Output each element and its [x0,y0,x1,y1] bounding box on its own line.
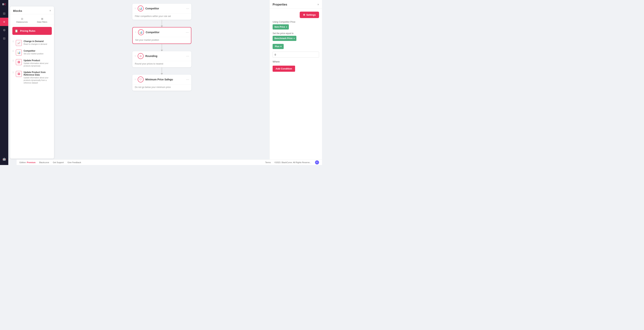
settings-button[interactable]: ⚙ Settings [300,12,319,18]
left-nav: BC ⊟ ≡ ⚙ ⊟ 🤖 [0,0,8,165]
plus-dropdown[interactable]: Plus ▾ [272,44,284,49]
nav-icon-bot[interactable]: 🤖 [0,155,8,163]
set-price-section: Set the price equal to Benchmark Price ▾… [272,32,319,49]
block-item-update-product[interactable]: ⠿ 🖼 Update Product Update information ab… [10,57,54,69]
nav-icon-list[interactable]: ≡ [0,18,8,26]
node-competitor-body: Set your market position [133,37,191,44]
footer-left: Edition: Premium Blackcurve Get Support … [20,161,81,164]
edition-label: Edition: [20,161,26,164]
using-competitor-price-section: Using Competitor Price Item Price ▾ [272,21,319,30]
item-price-label: Item Price [274,26,285,28]
node-competitor-filter-icon: 📊 [138,6,144,12]
settings-btn-container: ⚙ Settings [272,12,319,18]
settings-icon: ⚙ [303,14,305,16]
node-rounding-menu[interactable]: ⋯ [186,54,189,58]
edition-text: Edition: Premium [20,161,36,164]
blocks-tabs: ⊟ Datasources ⊠ Data Filters [10,14,54,25]
competitor-icon: 📊 [16,50,22,56]
block-item-competitor[interactable]: ⠿ 📊 Competitor Set your market position [10,48,54,57]
node-min-price-body: Do not go below your minimum price [132,84,191,91]
node-min-price[interactable]: ⠿ 🛡 Minimum Price Safegu ⋯ Do not go bel… [132,75,191,91]
node-competitor-main-header: ⠿ 📊 Competitor ⋯ [133,28,191,37]
node-drag-competitor-filter: ⠿ [134,8,136,10]
update-product-desc: Update information about your products d… [24,62,52,67]
block-item-update-ref[interactable]: ⠿ 🖼 Update Product from Reference Data U… [10,69,54,86]
update-ref-icon: 🖼 [16,71,22,77]
node-min-price-menu[interactable]: ⋯ [186,78,189,81]
logo-c: C [4,3,6,6]
update-product-name: Update Product [24,59,52,62]
where-section: Where [272,60,319,63]
node-competitor-icon: 📊 [138,29,144,35]
plus-label: Plus [275,45,280,48]
block-item-change-in-demand[interactable]: ⠿ 📈 Change in Demand React to changes in… [10,38,54,48]
competitor-name: Competitor [24,50,52,52]
blocks-panel-close[interactable]: × [50,9,51,12]
benchmark-price-dropdown[interactable]: Benchmark Price ▾ [272,36,296,41]
node-rounding-header: ⠿ ⊙ Rounding ⋯ [132,51,191,61]
nav-icon-table[interactable]: ⊟ [0,34,8,42]
pricing-rules-category[interactable]: 📋 Pricing Rules [12,27,52,35]
datasources-icon: ⊟ [13,17,31,20]
tab-data-filters[interactable]: ⊠ Data Filters [32,16,52,25]
drag-handle-update-ref: ⠿ [12,71,14,74]
value-input[interactable] [272,52,319,58]
tab-datasources[interactable]: ⊟ Datasources [12,16,32,25]
node-rounding[interactable]: ⠿ ⊙ Rounding ⋯ Round your prices to near… [132,51,191,67]
blocks-panel-header: Blocks × [10,6,54,14]
node-competitor-filter-menu[interactable]: ⋯ [186,7,189,10]
properties-header: Properties × [270,0,322,9]
blocks-panel: Blocks × ⊟ Datasources ⊠ Data Filters 📋 … [10,6,54,158]
value-input-section [272,52,319,58]
node-competitor-menu[interactable]: ⋯ [186,30,189,34]
footer: Edition: Premium Blackcurve Get Support … [16,160,322,165]
node-competitor-main[interactable]: ⠿ 📊 Competitor ⋯ Set your market positio… [132,27,191,44]
node-rounding-icon: ⊙ [138,53,144,59]
connector-arrow-1 [161,26,163,27]
connector-1 [161,20,163,27]
copyright-text: ©2023. BlackCurve. All Rights Reserve... [274,161,311,164]
add-condition-section: Add Condition [272,66,319,72]
connector-arrow-3 [161,73,163,75]
node-competitor-filter[interactable]: ⠿ 📊 Competitor ⋯ Filter competitors with… [132,4,191,20]
pricing-rules-label: Pricing Rules [20,30,36,32]
benchmark-price-caret: ▾ [294,38,294,40]
add-condition-label: Add Condition [276,67,292,70]
main-area: Blocks × ⊟ Datasources ⊠ Data Filters 📋 … [8,0,322,165]
terms-link[interactable]: Terms [265,161,271,164]
pricing-rules-icon: 📋 [14,29,18,33]
blackcurve-logo: BC [315,160,319,164]
tab-datasources-label: Datasources [16,21,28,23]
update-ref-desc: Update information about your products d… [24,76,52,84]
logo-b: B [2,3,4,6]
connector-arrow-2 [161,50,163,51]
properties-panel: Properties × ⚙ Settings Using Competitor… [270,0,322,165]
connector-line-3 [162,67,162,73]
add-condition-button[interactable]: Add Condition [272,66,295,72]
nav-icon-settings[interactable]: ⚙ [0,26,8,34]
node-drag-min-price: ⠿ [134,78,136,80]
blocks-panel-title: Blocks [13,9,22,12]
change-in-demand-desc: React to changes in demand [24,43,52,46]
footer-right: Terms ©2023. BlackCurve. All Rights Rese… [265,160,319,164]
nav-icon-document[interactable]: ⊟ [0,10,8,18]
edition-value: Premium [27,161,36,164]
node-min-price-header: ⠿ 🛡 Minimum Price Safegu ⋯ [132,75,191,84]
node-competitor-title: Competitor [146,31,184,34]
canvas-area: ⠿ 📊 Competitor ⋯ Filter competitors with… [56,0,268,160]
properties-close[interactable]: × [318,3,319,6]
competitor-desc: Set your market position [24,52,52,55]
give-feedback-link[interactable]: Give Feedback [68,161,81,164]
node-rounding-title: Rounding [146,54,184,58]
get-support-link[interactable]: Get Support [53,161,64,164]
drag-handle-change-in-demand: ⠿ [12,40,14,43]
blackcurve-link[interactable]: Blackcurve [39,161,49,164]
connector-3 [161,67,163,75]
plus-caret: ▾ [280,45,282,48]
change-in-demand-icon: 📈 [16,40,22,46]
tab-data-filters-label: Data Filters [37,21,47,23]
blocks-list: ⠿ 📈 Change in Demand React to changes in… [10,37,54,88]
item-price-dropdown[interactable]: Item Price ▾ [272,24,289,30]
change-in-demand-text: Change in Demand React to changes in dem… [24,40,52,46]
node-rounding-body: Round your prices to nearest [132,61,191,67]
